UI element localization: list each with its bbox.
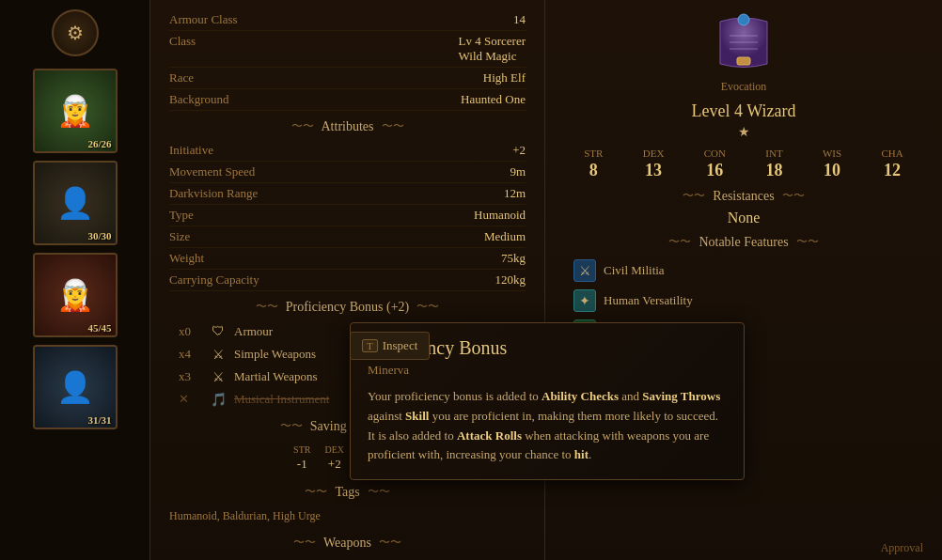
- con-label: CON: [704, 148, 726, 159]
- cha-label: CHA: [882, 148, 903, 159]
- tags-value: Humanoid, Baldurian, High Urge: [169, 509, 321, 522]
- prof-ornament-left: 〜〜: [256, 299, 278, 315]
- str-label: STR: [584, 148, 603, 159]
- movement-label: Movement Speed: [169, 164, 255, 179]
- simple-weapon-icon: ⚔: [210, 346, 227, 363]
- spell-svg: [711, 12, 777, 73]
- svg-rect-4: [737, 57, 750, 65]
- dex-save: DEX +2: [324, 444, 344, 472]
- char-hp-2: 30/30: [87, 230, 111, 241]
- sidebar: ⚙ 🧝 26/26 👤 30/30 🧝 45/45 👤 31/31: [0, 0, 150, 560]
- weight-value: 75kg: [501, 251, 526, 266]
- inspect-label: Inspect: [383, 338, 418, 353]
- notable-ornament-left: 〜〜: [668, 234, 691, 250]
- svg-point-0: [738, 14, 749, 25]
- armour-class-label: Armour Class: [169, 12, 238, 27]
- musical-name: Musical Instrument: [234, 392, 329, 407]
- saving-throws-highlight: Saving Throws: [642, 389, 720, 403]
- weapons-section: 〜〜 Weapons 〜〜: [169, 535, 526, 551]
- resistances-divider: 〜〜 Resistances 〜〜: [564, 188, 923, 204]
- dex-save-label: DEX: [324, 444, 344, 455]
- civil-militia-icon: ⚔: [573, 259, 596, 282]
- cha-col: CHA 12: [882, 148, 903, 180]
- armour-icon: 🛡: [210, 323, 227, 340]
- dex-value: 13: [645, 161, 662, 180]
- human-versatility-icon: ✦: [573, 289, 596, 312]
- darkvision-label: Darkvision Range: [169, 186, 258, 201]
- wis-col: WIS 10: [823, 148, 841, 180]
- wizard-star: ★: [564, 124, 923, 140]
- level-title: Level 4 Wizard: [564, 101, 923, 121]
- char-hp-1: 26/26: [87, 138, 111, 149]
- cha-value: 12: [884, 161, 901, 180]
- attributes-divider: 〜〜 Attributes 〜〜: [169, 118, 526, 134]
- dex-col: DEX 13: [643, 148, 665, 180]
- race-row: Race High Elf: [169, 68, 526, 89]
- background-row: Background Haunted One: [169, 89, 526, 111]
- race-label: Race: [169, 70, 194, 86]
- inspect-button[interactable]: T Inspect: [350, 332, 430, 360]
- spell-icon-container: [564, 9, 923, 75]
- char-hp-3: 45/45: [87, 322, 111, 334]
- resistances-title: Resistances: [713, 189, 774, 204]
- class-line2: Wild Magic: [459, 49, 517, 63]
- weight-label: Weight: [169, 251, 204, 266]
- initiative-value: +2: [512, 143, 526, 158]
- tooltip-body: Your proficiency bonus is added to Abili…: [368, 387, 727, 465]
- school-label: Evocation: [564, 80, 923, 94]
- carrying-label: Carrying Capacity: [169, 272, 259, 288]
- dex-save-value: +2: [328, 457, 341, 472]
- armour-name: Armour: [234, 324, 273, 339]
- class-line1: Lv 4 Sorcerer: [459, 34, 526, 48]
- str-col: STR 8: [584, 148, 603, 180]
- inspect-t-badge: T: [362, 339, 378, 352]
- armour-class-row: Armour Class 14: [169, 9, 526, 31]
- int-col: INT 18: [765, 148, 782, 180]
- tags-ornament-right: 〜〜: [368, 484, 390, 500]
- weapons-label: Weapons: [323, 536, 371, 551]
- dex-label: DEX: [643, 148, 665, 159]
- human-versatility-item[interactable]: ✦ Human Versatility: [564, 286, 923, 316]
- carrying-value: 120kg: [495, 272, 526, 288]
- tags-section-title: Tags: [335, 485, 359, 500]
- class-row: Class Lv 4 Sorcerer Wild Magic: [169, 31, 526, 68]
- tags-divider: 〜〜 Tags 〜〜: [169, 484, 526, 500]
- settings-icon[interactable]: ⚙: [52, 9, 99, 56]
- divider-ornament-right: 〜〜: [382, 118, 404, 134]
- character-portrait-4[interactable]: 👤 31/31: [33, 345, 118, 429]
- civil-militia-item[interactable]: ⚔ Civil Militia: [564, 256, 923, 286]
- tooltip-subtitle: Minerva: [368, 363, 727, 378]
- wis-label: WIS: [823, 148, 841, 159]
- movement-value: 9m: [510, 164, 526, 179]
- type-value: Humanoid: [474, 208, 526, 223]
- size-value: Medium: [484, 229, 526, 244]
- martial-mult: x3: [179, 369, 202, 384]
- prof-ornament-right: 〜〜: [416, 299, 439, 315]
- martial-weapon-name: Martial Weapons: [234, 369, 318, 384]
- str-save: STR -1: [293, 444, 310, 472]
- initiative-label: Initiative: [169, 143, 213, 158]
- martial-weapon-icon: ⚔: [210, 368, 227, 385]
- character-portrait-1[interactable]: 🧝 26/26: [33, 69, 118, 153]
- size-row: Size Medium: [169, 226, 526, 248]
- notable-title: Notable Features: [699, 235, 788, 250]
- character-portrait-3[interactable]: 🧝 45/45: [33, 253, 118, 337]
- spell-book-icon: [706, 9, 781, 75]
- human-versatility-name: Human Versatility: [604, 293, 693, 308]
- armour-class-value: 14: [513, 12, 526, 27]
- weight-row: Weight 75kg: [169, 248, 526, 270]
- class-value: Lv 4 Sorcerer Wild Magic: [459, 34, 526, 64]
- proficiency-divider: 〜〜 Proficiency Bonus (+2) 〜〜: [169, 299, 526, 315]
- musical-mult: ✕: [179, 392, 202, 407]
- st-ornament-left: 〜〜: [280, 418, 303, 434]
- weapons-ornament-left: 〜〜: [293, 535, 316, 551]
- wis-value: 10: [824, 161, 840, 180]
- hit-highlight: hit: [574, 447, 589, 461]
- ability-checks-highlight: Ability Checks: [542, 389, 619, 403]
- character-portrait-2[interactable]: 👤 30/30: [33, 161, 118, 245]
- weapons-divider: 〜〜 Weapons 〜〜: [169, 535, 526, 551]
- str-value: 8: [589, 161, 598, 180]
- str-save-label: STR: [293, 444, 310, 455]
- proficiency-title: Proficiency Bonus (+2): [286, 300, 410, 315]
- con-col: CON 16: [704, 148, 726, 180]
